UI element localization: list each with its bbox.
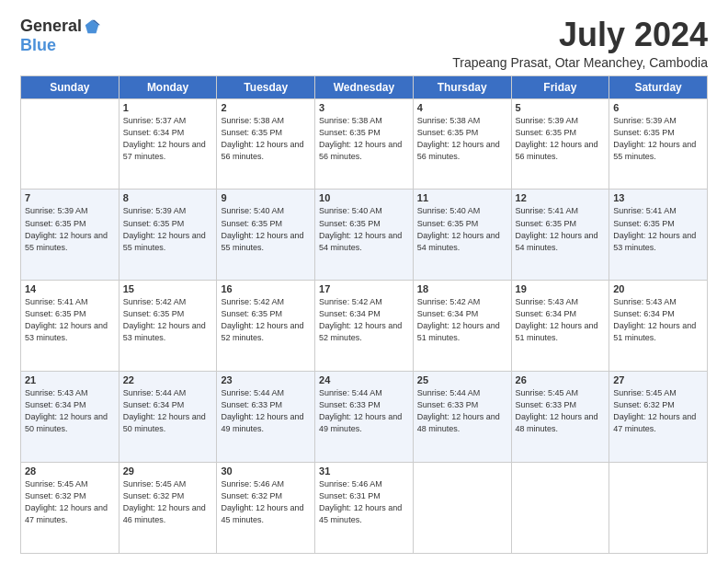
day-number: 17 <box>319 283 409 294</box>
day-info: Sunrise: 5:42 AMSunset: 6:35 PMDaylight:… <box>123 297 206 342</box>
table-row: 9 Sunrise: 5:40 AMSunset: 6:35 PMDayligh… <box>217 190 315 281</box>
day-info: Sunrise: 5:42 AMSunset: 6:35 PMDaylight:… <box>221 297 303 342</box>
header-right: July 2024 Trapeang Prasat, Otar Meanchey… <box>452 17 708 70</box>
col-wednesday: Wednesday <box>315 75 414 98</box>
table-row: 14 Sunrise: 5:41 AMSunset: 6:35 PMDaylig… <box>21 281 119 372</box>
day-info: Sunrise: 5:39 AMSunset: 6:35 PMDaylight:… <box>123 206 206 251</box>
day-info: Sunrise: 5:42 AMSunset: 6:34 PMDaylight:… <box>319 297 402 342</box>
header: General Blue July 2024 Trapeang Prasat, … <box>20 17 708 70</box>
logo-general-text: General <box>20 17 82 36</box>
day-info: Sunrise: 5:37 AMSunset: 6:34 PMDaylight:… <box>123 116 206 161</box>
day-info: Sunrise: 5:44 AMSunset: 6:33 PMDaylight:… <box>417 388 500 433</box>
table-row: 4 Sunrise: 5:38 AMSunset: 6:35 PMDayligh… <box>413 98 511 190</box>
day-info: Sunrise: 5:38 AMSunset: 6:35 PMDaylight:… <box>417 116 500 161</box>
table-row: 7 Sunrise: 5:39 AMSunset: 6:35 PMDayligh… <box>21 190 119 281</box>
day-info: Sunrise: 5:45 AMSunset: 6:32 PMDaylight:… <box>123 479 206 524</box>
table-row: 29 Sunrise: 5:45 AMSunset: 6:32 PMDaylig… <box>119 463 217 554</box>
day-info: Sunrise: 5:38 AMSunset: 6:35 PMDaylight:… <box>319 116 402 161</box>
table-row: 28 Sunrise: 5:45 AMSunset: 6:32 PMDaylig… <box>21 463 119 554</box>
day-info: Sunrise: 5:38 AMSunset: 6:35 PMDaylight:… <box>221 116 303 161</box>
day-number: 18 <box>417 283 507 294</box>
col-monday: Monday <box>119 75 217 98</box>
table-row: 16 Sunrise: 5:42 AMSunset: 6:35 PMDaylig… <box>217 281 315 372</box>
day-info: Sunrise: 5:44 AMSunset: 6:33 PMDaylight:… <box>221 388 303 433</box>
day-number: 20 <box>613 283 703 294</box>
day-info: Sunrise: 5:39 AMSunset: 6:35 PMDaylight:… <box>613 116 696 161</box>
day-number: 8 <box>123 192 213 203</box>
table-row: 20 Sunrise: 5:43 AMSunset: 6:34 PMDaylig… <box>609 281 708 372</box>
day-number: 15 <box>123 283 213 294</box>
day-number: 31 <box>319 465 409 477</box>
day-info: Sunrise: 5:40 AMSunset: 6:35 PMDaylight:… <box>221 206 303 251</box>
day-number: 7 <box>25 192 115 203</box>
day-number: 22 <box>123 374 213 385</box>
table-row: 19 Sunrise: 5:43 AMSunset: 6:34 PMDaylig… <box>511 281 609 372</box>
day-number: 29 <box>123 465 213 477</box>
table-row: 24 Sunrise: 5:44 AMSunset: 6:33 PMDaylig… <box>315 372 414 463</box>
calendar-header-row: Sunday Monday Tuesday Wednesday Thursday… <box>21 75 708 98</box>
day-info: Sunrise: 5:46 AMSunset: 6:31 PMDaylight:… <box>319 479 402 524</box>
day-number: 1 <box>123 102 213 113</box>
table-row: 1 Sunrise: 5:37 AMSunset: 6:34 PMDayligh… <box>119 98 217 190</box>
col-thursday: Thursday <box>413 75 511 98</box>
day-info: Sunrise: 5:39 AMSunset: 6:35 PMDaylight:… <box>516 116 598 161</box>
table-row <box>511 463 609 554</box>
day-info: Sunrise: 5:46 AMSunset: 6:32 PMDaylight:… <box>221 479 303 524</box>
day-info: Sunrise: 5:43 AMSunset: 6:34 PMDaylight:… <box>516 297 598 342</box>
table-row <box>413 463 511 554</box>
calendar-week-row: 14 Sunrise: 5:41 AMSunset: 6:35 PMDaylig… <box>21 281 708 372</box>
day-number: 23 <box>221 374 311 385</box>
table-row: 30 Sunrise: 5:46 AMSunset: 6:32 PMDaylig… <box>217 463 315 554</box>
day-number: 10 <box>319 192 409 203</box>
day-info: Sunrise: 5:40 AMSunset: 6:35 PMDaylight:… <box>319 206 402 251</box>
day-info: Sunrise: 5:42 AMSunset: 6:34 PMDaylight:… <box>417 297 500 342</box>
table-row: 27 Sunrise: 5:45 AMSunset: 6:32 PMDaylig… <box>609 372 708 463</box>
table-row: 2 Sunrise: 5:38 AMSunset: 6:35 PMDayligh… <box>217 98 315 190</box>
day-info: Sunrise: 5:41 AMSunset: 6:35 PMDaylight:… <box>613 206 696 251</box>
day-info: Sunrise: 5:41 AMSunset: 6:35 PMDaylight:… <box>516 206 598 251</box>
table-row: 11 Sunrise: 5:40 AMSunset: 6:35 PMDaylig… <box>413 190 511 281</box>
day-info: Sunrise: 5:40 AMSunset: 6:35 PMDaylight:… <box>417 206 500 251</box>
col-saturday: Saturday <box>609 75 708 98</box>
day-number: 28 <box>25 465 115 477</box>
table-row: 3 Sunrise: 5:38 AMSunset: 6:35 PMDayligh… <box>315 98 414 190</box>
day-info: Sunrise: 5:45 AMSunset: 6:33 PMDaylight:… <box>516 388 598 433</box>
day-number: 6 <box>613 102 703 113</box>
table-row: 6 Sunrise: 5:39 AMSunset: 6:35 PMDayligh… <box>609 98 708 190</box>
day-number: 12 <box>516 192 606 203</box>
day-number: 21 <box>25 374 115 385</box>
day-info: Sunrise: 5:44 AMSunset: 6:33 PMDaylight:… <box>319 388 402 433</box>
table-row: 12 Sunrise: 5:41 AMSunset: 6:35 PMDaylig… <box>511 190 609 281</box>
table-row: 23 Sunrise: 5:44 AMSunset: 6:33 PMDaylig… <box>217 372 315 463</box>
table-row: 25 Sunrise: 5:44 AMSunset: 6:33 PMDaylig… <box>413 372 511 463</box>
day-number: 11 <box>417 192 507 203</box>
table-row: 10 Sunrise: 5:40 AMSunset: 6:35 PMDaylig… <box>315 190 414 281</box>
table-row: 18 Sunrise: 5:42 AMSunset: 6:34 PMDaylig… <box>413 281 511 372</box>
table-row <box>609 463 708 554</box>
day-info: Sunrise: 5:43 AMSunset: 6:34 PMDaylight:… <box>25 388 108 433</box>
calendar-table: Sunday Monday Tuesday Wednesday Thursday… <box>20 75 708 554</box>
table-row: 15 Sunrise: 5:42 AMSunset: 6:35 PMDaylig… <box>119 281 217 372</box>
day-number: 16 <box>221 283 311 294</box>
day-number: 19 <box>516 283 606 294</box>
day-number: 5 <box>516 102 606 113</box>
day-number: 24 <box>319 374 409 385</box>
day-number: 13 <box>613 192 703 203</box>
day-number: 4 <box>417 102 507 113</box>
day-number: 14 <box>25 283 115 294</box>
day-info: Sunrise: 5:39 AMSunset: 6:35 PMDaylight:… <box>25 206 108 251</box>
day-number: 25 <box>417 374 507 385</box>
table-row: 21 Sunrise: 5:43 AMSunset: 6:34 PMDaylig… <box>21 372 119 463</box>
day-info: Sunrise: 5:44 AMSunset: 6:34 PMDaylight:… <box>123 388 206 433</box>
page: General Blue July 2024 Trapeang Prasat, … <box>0 0 728 563</box>
table-row: 13 Sunrise: 5:41 AMSunset: 6:35 PMDaylig… <box>609 190 708 281</box>
location: Trapeang Prasat, Otar Meanchey, Cambodia <box>452 55 708 70</box>
col-tuesday: Tuesday <box>217 75 315 98</box>
calendar-week-row: 1 Sunrise: 5:37 AMSunset: 6:34 PMDayligh… <box>21 98 708 190</box>
month-year: July 2024 <box>452 17 708 53</box>
day-number: 27 <box>613 374 703 385</box>
table-row: 5 Sunrise: 5:39 AMSunset: 6:35 PMDayligh… <box>511 98 609 190</box>
day-info: Sunrise: 5:43 AMSunset: 6:34 PMDaylight:… <box>613 297 696 342</box>
table-row: 31 Sunrise: 5:46 AMSunset: 6:31 PMDaylig… <box>315 463 414 554</box>
day-info: Sunrise: 5:45 AMSunset: 6:32 PMDaylight:… <box>25 479 108 524</box>
